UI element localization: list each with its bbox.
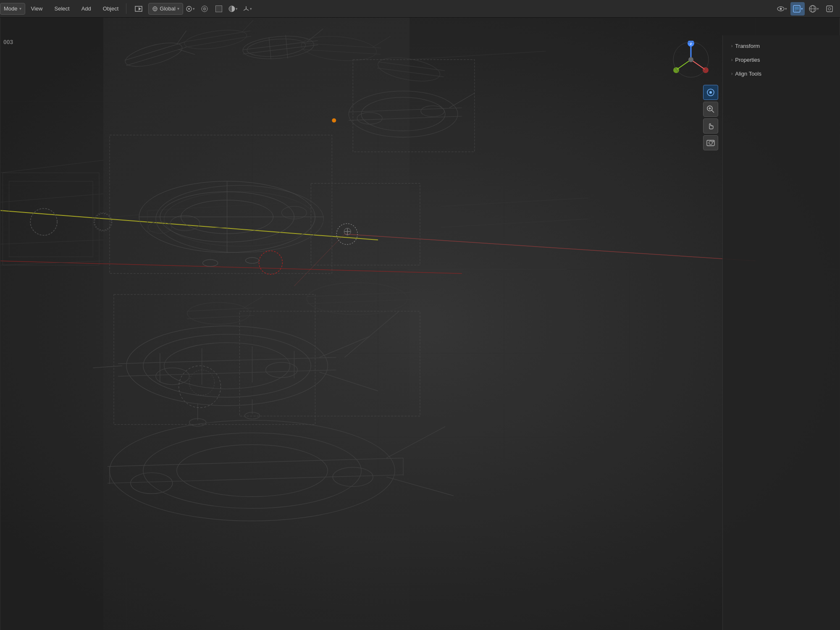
eye-icon — [777, 5, 785, 13]
properties-panel-item[interactable]: › Properties — [725, 53, 837, 66]
add-menu[interactable]: Add — [76, 0, 97, 17]
svg-point-6 — [188, 8, 190, 10]
gizmo-toggle-btn[interactable]: ▾ — [240, 2, 255, 16]
object-menu[interactable]: Object — [97, 0, 125, 17]
camera-tool-btn[interactable] — [703, 135, 718, 150]
view3d-icon — [825, 5, 834, 13]
svg-marker-1 — [139, 7, 141, 10]
viewport-overlay-btn[interactable]: ▾ — [226, 2, 240, 16]
select-menu[interactable]: Select — [48, 0, 75, 17]
render-btn[interactable]: ▾ — [790, 2, 805, 16]
svg-point-128 — [332, 118, 336, 123]
render-icon — [793, 5, 801, 13]
world-btn[interactable]: ▾ — [806, 2, 821, 16]
svg-rect-15 — [795, 10, 796, 11]
svg-rect-19 — [827, 6, 832, 12]
global-chevron: ▾ — [177, 6, 179, 11]
3d-viewport[interactable]: 003 › Transform › Properties › Align Too… — [0, 18, 840, 630]
svg-rect-14 — [795, 7, 799, 10]
world-icon — [808, 5, 817, 13]
separator-1 — [126, 3, 126, 14]
svg-point-12 — [780, 8, 782, 10]
object-counter: 003 — [3, 39, 13, 45]
mode-label-text: Mode — [4, 5, 18, 12]
svg-text:Z: Z — [690, 42, 692, 46]
global-dropdown[interactable]: Global ▾ — [148, 3, 183, 15]
scene-icon-btn[interactable] — [131, 2, 146, 16]
svg-line-173 — [711, 110, 714, 113]
properties-chevron: › — [731, 58, 732, 62]
mode-dropdown[interactable]: Mode ▾ — [0, 3, 25, 15]
align-tools-panel-item[interactable]: › Align Tools — [725, 67, 837, 80]
transform-panel-item[interactable]: › Transform — [725, 39, 837, 52]
view-menu[interactable]: View — [25, 0, 49, 17]
svg-point-167 — [673, 67, 679, 73]
n-panel: › Transform › Properties › Align Tools — [722, 35, 840, 630]
viewport-tools — [703, 41, 718, 150]
camera-scene-icon — [134, 5, 143, 13]
top-menu-bar: Mode ▾ View Select Add Object Global ▾ — [0, 0, 840, 18]
snap-dropdown[interactable]: ▾ — [183, 2, 197, 16]
visibility-btn[interactable]: ▾ — [774, 2, 789, 16]
shading-btn[interactable] — [212, 2, 226, 16]
svg-point-171 — [709, 91, 712, 94]
zoom-tool-btn[interactable] — [703, 102, 718, 117]
pan-tool-btn[interactable] — [703, 118, 718, 134]
camera-icon — [706, 138, 715, 147]
hand-icon — [706, 121, 715, 131]
overlay-icon — [228, 5, 236, 13]
select-tool-btn[interactable] — [703, 85, 718, 100]
proportional-icon — [201, 5, 208, 13]
svg-point-178 — [713, 141, 714, 142]
align-tools-chevron: › — [731, 71, 732, 76]
svg-rect-22 — [103, 18, 410, 630]
zoom-icon — [706, 105, 715, 114]
svg-point-20 — [828, 8, 831, 10]
gizmo-icon — [242, 5, 250, 13]
shading-box-icon — [215, 5, 222, 12]
svg-point-168 — [688, 57, 693, 62]
snap-icon — [185, 5, 193, 13]
transform-chevron: › — [731, 44, 732, 48]
transform-icon — [152, 6, 158, 12]
svg-point-9 — [204, 8, 205, 9]
view3d-btn[interactable] — [822, 2, 837, 16]
svg-line-166 — [677, 60, 691, 69]
proportional-edit-btn[interactable] — [197, 2, 212, 16]
select-icon — [706, 88, 715, 97]
svg-point-177 — [709, 141, 712, 144]
top-bar-right: ▾ ▾ ▾ — [774, 0, 840, 17]
mode-chevron: ▾ — [19, 6, 21, 11]
